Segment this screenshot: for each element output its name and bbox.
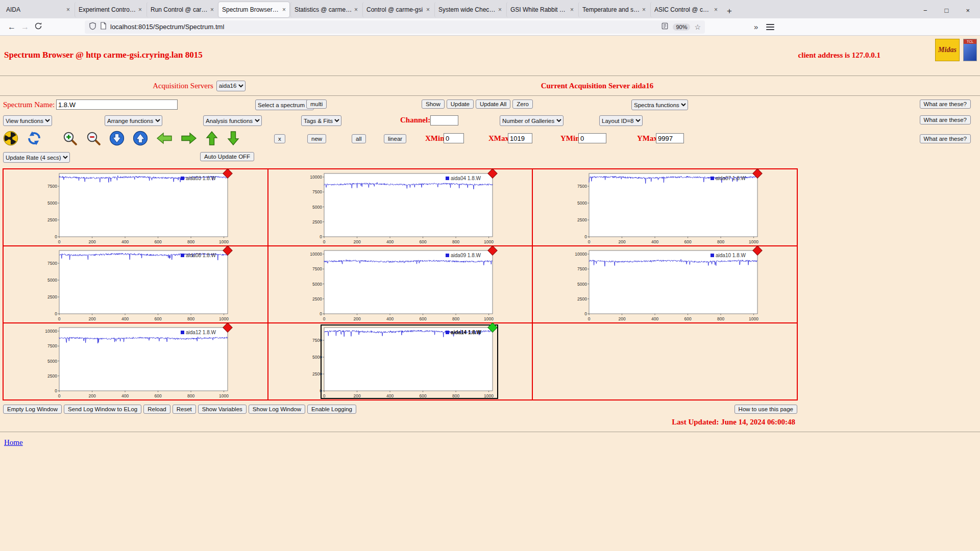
tab-close-icon[interactable]: × <box>138 6 142 13</box>
browser-tab[interactable]: ASIC Control @ carme-gsi× <box>650 2 721 17</box>
tab-title: Temperature and status <box>582 6 640 13</box>
tab-close-icon[interactable]: × <box>210 6 214 13</box>
footer-button[interactable]: Reload <box>143 405 170 414</box>
spectrum-panel[interactable]: 025005000750002004006008001000aida08 1.8… <box>39 247 232 322</box>
overflow-menu-icon[interactable]: » <box>754 22 758 31</box>
menu-icon[interactable] <box>766 24 774 30</box>
browser-tab[interactable]: Spectrum Browser @ localhost× <box>218 2 289 17</box>
spectrum-panel[interactable]: 025005000750002004006008001000aida14 1.8… <box>304 324 497 399</box>
page-info-icon[interactable] <box>100 22 107 32</box>
toolbar-new-button[interactable]: new <box>307 134 326 143</box>
analysis-functions-dropdown[interactable]: Analysis functions <box>203 115 262 126</box>
zoom-out-icon[interactable] <box>86 131 101 146</box>
galleries-dropdown[interactable]: Number of Galleries <box>500 115 564 126</box>
tab-close-icon[interactable]: × <box>282 6 286 13</box>
footer-button[interactable]: Send Log Window to ELog <box>64 405 141 414</box>
browser-tab[interactable]: Run Control @ carme-gsi× <box>146 2 217 17</box>
browser-tab[interactable]: GSI White Rabbit Timing× <box>506 2 577 17</box>
browser-tab[interactable]: Statistics @ carme-gsi× <box>290 2 361 17</box>
multi-button[interactable]: multi <box>306 99 327 109</box>
what-are-these-button[interactable]: What are these? <box>920 99 971 109</box>
browser-tab[interactable]: Control @ carme-gsi× <box>362 2 433 17</box>
svg-text:600: 600 <box>155 316 162 321</box>
action-button[interactable]: Update <box>447 99 474 109</box>
channel-input[interactable] <box>430 115 458 126</box>
spectrum-panel[interactable]: 02500500075001000002004006008001000aida1… <box>569 247 762 322</box>
tab-close-icon[interactable]: × <box>714 6 718 13</box>
new-tab-button[interactable]: + <box>722 6 737 18</box>
back-button[interactable]: ← <box>5 22 18 32</box>
tab-close-icon[interactable]: × <box>498 6 502 13</box>
minimize-button[interactable]: − <box>923 7 927 14</box>
reader-mode-icon[interactable] <box>661 22 669 32</box>
close-window-button[interactable]: × <box>966 7 970 14</box>
select-spectrum-dropdown[interactable]: Select a spectrum <box>255 99 314 110</box>
browser-tab[interactable]: Experiment Control @ carme-gsi× <box>75 2 145 17</box>
shield-icon[interactable] <box>89 22 96 32</box>
arrow-up-icon[interactable] <box>205 131 218 146</box>
svg-text:0: 0 <box>55 234 58 239</box>
tab-close-icon[interactable]: × <box>66 6 70 13</box>
what-are-these-button[interactable]: What are these? <box>920 115 971 124</box>
footer-button[interactable]: Empty Log Window <box>3 405 62 414</box>
url-bar[interactable]: localhost:8015/Spectrum/Spectrum.tml 90%… <box>85 20 705 34</box>
spectrum-name-input[interactable] <box>56 99 178 110</box>
arrange-functions-dropdown[interactable]: Arrange functions <box>105 115 162 126</box>
tab-close-icon[interactable]: × <box>426 6 430 13</box>
tcl-powered-logo[interactable]: TCL <box>963 39 977 61</box>
midas-logo[interactable]: Midas <box>935 39 960 61</box>
radiation-icon[interactable] <box>3 131 18 146</box>
toolbar-x-button[interactable]: x <box>274 134 285 143</box>
tags-fits-dropdown[interactable]: Tags & Fits <box>301 115 341 126</box>
browser-tab[interactable]: Temperature and status× <box>578 2 649 17</box>
spectra-functions-dropdown[interactable]: Spectra functions <box>631 99 688 110</box>
sphere-down-icon[interactable] <box>109 131 125 146</box>
spectrum-panel[interactable]: 02500500075001000002004006008001000aida0… <box>304 247 497 322</box>
svg-text:5000: 5000 <box>47 358 57 363</box>
footer-button[interactable]: Show Variables <box>198 405 247 414</box>
home-link[interactable]: Home <box>4 438 23 447</box>
xmin-input[interactable] <box>444 133 464 143</box>
arrow-down-icon[interactable] <box>227 131 240 146</box>
reload-button[interactable] <box>32 22 45 32</box>
spectrum-panel[interactable]: 02500500075001000002004006008001000aida1… <box>39 324 232 399</box>
toolbar-all-button[interactable]: all <box>352 134 366 143</box>
sphere-up-icon[interactable] <box>133 131 148 146</box>
footer-button[interactable]: Reset <box>173 405 196 414</box>
spectrum-panel[interactable]: 02500500075001000002004006008001000aida0… <box>304 170 497 245</box>
action-button[interactable]: Update All <box>476 99 510 109</box>
layout-id-dropdown[interactable]: Layout ID=8 <box>599 115 643 126</box>
browser-tab[interactable]: System wide Checks @ carme-gsi× <box>434 2 505 17</box>
action-button[interactable]: Show <box>422 99 445 109</box>
svg-text:7500: 7500 <box>577 184 587 189</box>
what-are-these-button[interactable]: What are these? <box>920 134 971 143</box>
maximize-button[interactable]: □ <box>945 7 949 14</box>
ymax-input[interactable] <box>656 133 684 143</box>
toolbar-linear-button[interactable]: linear <box>384 134 406 143</box>
acquisition-server-select[interactable]: aida16 <box>216 81 246 91</box>
view-functions-dropdown[interactable]: View functions <box>3 115 52 126</box>
update-rate-dropdown[interactable]: Update Rate (4 secs) <box>3 152 70 163</box>
footer-button[interactable]: Enable Logging <box>307 405 356 414</box>
spectrum-panel[interactable]: 025005000750002004006008001000aida07 1.8… <box>569 170 762 245</box>
browser-tab[interactable]: AIDA× <box>3 2 74 17</box>
zoom-level-badge[interactable]: 90% <box>673 23 690 31</box>
bookmark-star-icon[interactable]: ☆ <box>694 23 701 31</box>
spectrum-panel[interactable]: 025005000750002004006008001000aida03 1.8… <box>39 170 232 245</box>
zoom-in-icon[interactable] <box>62 131 78 146</box>
arrow-left-icon[interactable] <box>156 132 173 145</box>
how-to-use-button[interactable]: How to use this page <box>734 405 797 414</box>
tab-close-icon[interactable]: × <box>570 6 574 13</box>
svg-text:0: 0 <box>58 239 61 244</box>
arrow-right-icon[interactable] <box>181 132 197 145</box>
tab-close-icon[interactable]: × <box>642 6 646 13</box>
spectrum-gallery: 025005000750002004006008001000aida03 1.8… <box>3 168 798 400</box>
ymin-input[interactable] <box>578 133 606 143</box>
refresh-icon[interactable] <box>27 131 42 146</box>
xmax-input[interactable] <box>508 133 532 143</box>
auto-update-button[interactable]: Auto Update OFF <box>200 152 254 161</box>
tab-close-icon[interactable]: × <box>354 6 358 13</box>
url-text[interactable]: localhost:8015/Spectrum/Spectrum.tml <box>110 23 224 31</box>
action-button[interactable]: Zero <box>512 99 533 109</box>
footer-button[interactable]: Show Log Window <box>249 405 305 414</box>
